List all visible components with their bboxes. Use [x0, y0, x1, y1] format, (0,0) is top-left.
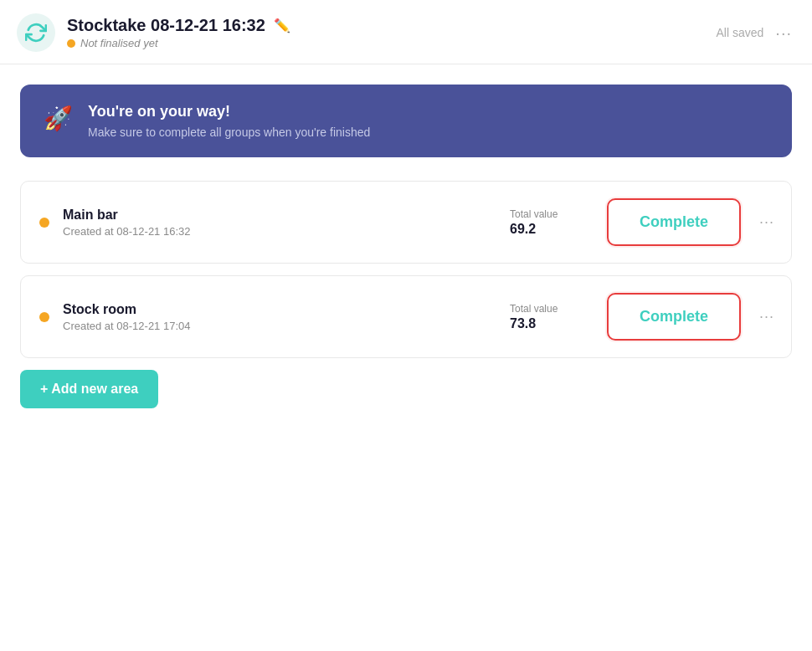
areas-list: Main bar Created at 08-12-21 16:32 Total… [20, 181, 792, 358]
area-info: Stock room Created at 08-12-21 17:04 [63, 302, 496, 332]
area-status-dot [39, 312, 49, 322]
page-title: Stocktake 08-12-21 16:32 [67, 16, 265, 35]
status-dot [67, 39, 75, 48]
header-left: Stocktake 08-12-21 16:32 ✏️ Not finalise… [17, 13, 290, 52]
saved-label: All saved [717, 26, 764, 39]
complete-button[interactable]: Complete [607, 198, 741, 246]
app-container: Stocktake 08-12-21 16:32 ✏️ Not finalise… [0, 0, 812, 651]
area-name: Main bar [63, 208, 496, 223]
area-more-icon[interactable]: ··· [759, 308, 774, 326]
main-content: 🚀 You're on your way! Make sure to compl… [0, 64, 812, 428]
complete-btn-wrapper: Complete [607, 293, 741, 341]
status-label: Not finalised yet [80, 37, 158, 49]
header-subtitle-row: Not finalised yet [67, 37, 290, 49]
area-created-date: Created at 08-12-21 17:04 [63, 320, 496, 332]
banner-subtitle: Make sure to complete all groups when yo… [88, 126, 370, 139]
area-created-date: Created at 08-12-21 16:32 [63, 225, 496, 238]
complete-button[interactable]: Complete [607, 293, 741, 341]
area-value-label: Total value [510, 303, 594, 315]
area-value-block: Total value 73.8 [510, 303, 594, 331]
header: Stocktake 08-12-21 16:32 ✏️ Not finalise… [0, 0, 812, 64]
area-value-number: 69.2 [510, 222, 594, 237]
area-card: Main bar Created at 08-12-21 16:32 Total… [20, 181, 792, 264]
add-new-area-button[interactable]: + Add new area [20, 370, 158, 408]
edit-icon[interactable]: ✏️ [274, 18, 290, 33]
area-value-label: Total value [510, 208, 594, 220]
banner-text: You're on your way! Make sure to complet… [88, 103, 370, 139]
area-card: Stock room Created at 08-12-21 17:04 Tot… [20, 275, 792, 358]
progress-banner: 🚀 You're on your way! Make sure to compl… [20, 85, 792, 157]
area-value-number: 73.8 [510, 316, 594, 331]
area-name: Stock room [63, 302, 496, 317]
rocket-icon: 🚀 [44, 105, 73, 132]
banner-title: You're on your way! [88, 103, 370, 120]
complete-btn-wrapper: Complete [607, 198, 741, 246]
area-more-icon[interactable]: ··· [759, 213, 774, 231]
area-value-block: Total value 69.2 [510, 208, 594, 237]
header-title-block: Stocktake 08-12-21 16:32 ✏️ Not finalise… [67, 16, 290, 49]
add-area-label: + Add new area [40, 382, 138, 397]
sync-icon [17, 13, 55, 52]
header-more-icon[interactable]: ··· [775, 23, 792, 43]
header-title-row: Stocktake 08-12-21 16:32 ✏️ [67, 16, 290, 35]
header-right: All saved ··· [717, 23, 792, 43]
area-status-dot [39, 218, 49, 228]
area-info: Main bar Created at 08-12-21 16:32 [63, 208, 496, 238]
